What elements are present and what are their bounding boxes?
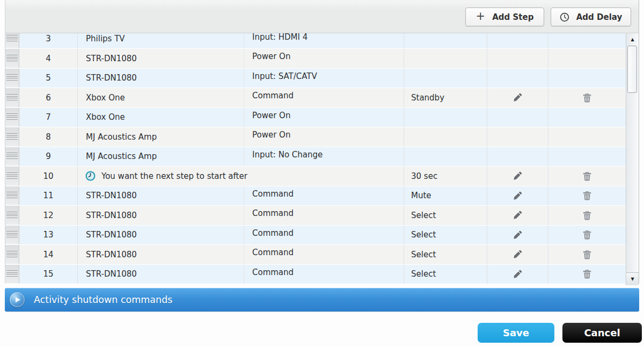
steps-rows: 3Philips TVInput: HDMI 44STR-DN1080Power…	[5, 33, 626, 285]
delete-cell	[548, 167, 626, 186]
command-value: Standby	[404, 88, 487, 107]
cancel-button[interactable]: Cancel	[562, 323, 642, 343]
step-row: 14STR-DN1080CommandSelect	[5, 245, 626, 265]
command-name: Command	[244, 206, 404, 225]
shutdown-commands-bar[interactable]: Activity shutdown commands	[5, 288, 639, 312]
drag-handle[interactable]	[5, 127, 19, 147]
edit-cell	[487, 147, 548, 167]
command-name: Input: No Change	[244, 147, 404, 167]
row-number: 6	[19, 88, 78, 107]
drag-handle[interactable]	[5, 88, 19, 107]
device-name: Philips TV	[78, 33, 244, 48]
edit-cell	[487, 167, 548, 186]
row-number: 7	[19, 108, 78, 127]
drag-handle-icon	[6, 55, 18, 62]
row-number: 14	[19, 245, 78, 264]
add-step-label: Add Step	[492, 12, 533, 22]
device-name: STR-DN1080	[78, 69, 244, 88]
device-name: STR-DN1080	[78, 186, 244, 206]
trash-icon[interactable]	[583, 211, 591, 220]
drag-handle-icon	[6, 153, 18, 160]
pencil-icon[interactable]	[513, 270, 522, 279]
drag-handle[interactable]	[5, 108, 19, 127]
command-value	[404, 127, 487, 147]
drag-handle-icon	[6, 231, 18, 238]
drag-handle-icon	[6, 94, 18, 101]
play-icon[interactable]	[10, 292, 25, 307]
save-button[interactable]: Save	[478, 323, 554, 343]
device-name: STR-DN1080	[78, 206, 244, 225]
device-name: STR-DN1080	[78, 226, 244, 245]
scroll-down-button[interactable]: ▼	[626, 272, 639, 285]
drag-handle[interactable]	[5, 69, 19, 88]
delete-cell	[548, 226, 626, 245]
row-number: 15	[19, 265, 78, 284]
pencil-icon[interactable]	[513, 191, 522, 200]
pencil-icon[interactable]	[513, 93, 522, 102]
pencil-icon[interactable]	[513, 250, 522, 259]
scrollbar-thumb[interactable]	[627, 46, 637, 93]
device-name: MJ Acoustics Amp	[78, 147, 244, 167]
drag-handle[interactable]	[5, 245, 19, 264]
clock-icon	[85, 171, 96, 181]
pencil-icon[interactable]	[513, 211, 522, 220]
command-value: Select	[404, 245, 487, 264]
device-name: Xbox One	[78, 88, 244, 107]
step-row: 12STR-DN1080CommandSelect	[5, 206, 626, 226]
edit-cell	[487, 49, 548, 68]
step-row: 9MJ Acoustics AmpInput: No Change	[5, 147, 626, 167]
command-value: Select	[404, 206, 487, 225]
toolbar: + Add Step Add Delay	[5, 1, 639, 33]
drag-handle[interactable]	[5, 49, 19, 68]
trash-icon[interactable]	[583, 269, 591, 279]
command-value	[404, 147, 487, 167]
add-delay-button[interactable]: Add Delay	[551, 8, 631, 26]
edit-cell	[487, 206, 548, 225]
scroll-up-button[interactable]: ▲	[626, 33, 639, 45]
trash-icon[interactable]	[583, 93, 591, 103]
command-value	[404, 108, 487, 127]
drag-handle-icon	[6, 35, 18, 42]
trash-icon[interactable]	[583, 171, 591, 181]
play-triangle	[16, 297, 20, 302]
row-number: 12	[19, 206, 78, 225]
command-name: Power On	[244, 127, 404, 147]
row-number: 5	[19, 69, 78, 88]
activity-steps-dialog: + Add Step Add Delay 3Philips TVInput: H…	[0, 0, 644, 347]
drag-handle[interactable]	[5, 167, 19, 186]
delete-cell	[548, 88, 626, 107]
drag-handle[interactable]	[5, 186, 19, 206]
row-number: 3	[19, 33, 78, 48]
drag-handle-icon	[6, 74, 18, 81]
edit-cell	[487, 226, 548, 245]
pencil-icon[interactable]	[513, 171, 522, 180]
clock-icon	[560, 12, 569, 22]
add-step-button[interactable]: + Add Step	[465, 8, 544, 26]
command-value	[404, 69, 487, 88]
drag-handle[interactable]	[5, 147, 19, 167]
trash-icon[interactable]	[583, 191, 591, 200]
edit-cell	[487, 186, 548, 206]
step-row: 7Xbox OnePower On	[5, 108, 626, 128]
pencil-icon[interactable]	[513, 230, 522, 240]
add-delay-label: Add Delay	[576, 12, 623, 22]
delete-cell	[548, 69, 626, 88]
drag-handle[interactable]	[5, 265, 19, 284]
delay-row: 10You want the next step to start after3…	[5, 167, 626, 186]
command-value	[404, 49, 487, 68]
delete-cell	[548, 265, 626, 284]
step-row: 4STR-DN1080Power On	[5, 49, 626, 69]
trash-icon[interactable]	[583, 230, 591, 240]
trash-icon[interactable]	[583, 250, 591, 259]
plus-icon: +	[476, 11, 486, 22]
shutdown-bar-label: Activity shutdown commands	[34, 294, 172, 305]
step-row: 13STR-DN1080CommandSelect	[5, 226, 626, 245]
command-value: 30 sec	[404, 167, 487, 186]
command-name: Command	[244, 226, 404, 245]
edit-cell	[487, 265, 548, 284]
command-value: Select	[404, 265, 487, 284]
drag-handle[interactable]	[5, 33, 19, 48]
drag-handle[interactable]	[5, 226, 19, 245]
vertical-scrollbar[interactable]: ▲ ▼	[626, 33, 639, 285]
drag-handle[interactable]	[5, 206, 19, 225]
